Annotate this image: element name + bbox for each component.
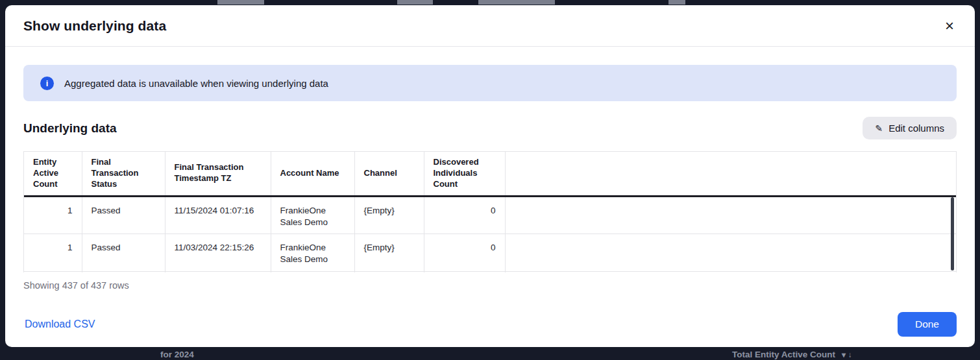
row-count-status: Showing 437 of 437 rows xyxy=(23,280,957,291)
table-cell: 1 xyxy=(24,234,82,271)
col-header-channel: Channel xyxy=(354,152,424,196)
table-header-row: Entity Active Count Final Transaction St… xyxy=(24,152,956,196)
close-icon[interactable]: × xyxy=(942,16,957,36)
sort-arrow-icon: ↓ xyxy=(848,350,851,359)
col-header-final-transaction-status: Final Transaction Status xyxy=(82,152,165,196)
table-row-partial xyxy=(24,271,956,272)
col-header-entity-active-count: Entity Active Count xyxy=(24,152,82,196)
background-fragment xyxy=(478,0,555,5)
table-cell: {Empty} xyxy=(354,196,424,234)
background-fragment xyxy=(397,0,433,5)
table-row: 1 Passed 11/15/2024 01:07:16 FrankieOne … xyxy=(24,196,956,234)
table-cell: Passed xyxy=(82,234,165,271)
show-underlying-data-modal: Show underlying data × i Aggregated data… xyxy=(5,5,975,347)
col-header-account-name: Account Name xyxy=(271,152,354,196)
sort-caret-icon: ▾ xyxy=(842,350,846,359)
info-icon: i xyxy=(40,77,54,90)
background-text-fragment: for 2024 xyxy=(160,350,194,359)
table-cell: {Empty} xyxy=(354,234,424,271)
edit-columns-label: Edit columns xyxy=(888,123,944,134)
modal-footer: Download CSV Done xyxy=(5,312,975,347)
download-csv-link[interactable]: Download CSV xyxy=(25,318,95,330)
section-row: Underlying data ✎ Edit columns xyxy=(23,117,957,139)
modal-header: Show underlying data × xyxy=(5,5,975,47)
table-cell: 0 xyxy=(424,196,505,234)
pencil-icon: ✎ xyxy=(875,123,883,134)
table-scrollbar[interactable] xyxy=(951,197,954,270)
col-header-final-transaction-timestamp-tz: Final Transaction Timestamp TZ xyxy=(165,152,271,196)
col-header-empty xyxy=(505,152,956,196)
col-header-discovered-individuals-count: Discovered Individuals Count xyxy=(424,152,505,196)
table-cell: Passed xyxy=(82,196,165,234)
table-cell: 11/15/2024 01:07:16 xyxy=(165,196,271,234)
table-cell: 0 xyxy=(424,234,505,271)
background-fragment xyxy=(668,0,685,5)
done-button[interactable]: Done xyxy=(898,312,957,337)
section-heading: Underlying data xyxy=(23,121,117,136)
background-column-header-fragment: Total Entity Active Count▾ ↓ xyxy=(732,350,851,359)
modal-body: i Aggregated data is unavailable when vi… xyxy=(5,47,975,312)
table-cell-empty xyxy=(505,234,956,271)
edit-columns-button[interactable]: ✎ Edit columns xyxy=(863,117,957,139)
info-banner-text: Aggregated data is unavailable when view… xyxy=(64,78,328,89)
modal-title: Show underlying data xyxy=(23,18,166,34)
table-cell: FrankieOne Sales Demo xyxy=(271,234,354,271)
table-cell: 1 xyxy=(24,196,82,234)
table-row: 1 Passed 11/03/2024 22:15:26 FrankieOne … xyxy=(24,234,956,271)
table-cell: FrankieOne Sales Demo xyxy=(271,196,354,234)
background-fragment xyxy=(217,0,264,5)
info-banner: i Aggregated data is unavailable when vi… xyxy=(23,65,957,101)
table-cell-empty xyxy=(505,196,956,234)
underlying-data-table: Entity Active Count Final Transaction St… xyxy=(23,151,957,272)
table-cell: 11/03/2024 22:15:26 xyxy=(165,234,271,271)
